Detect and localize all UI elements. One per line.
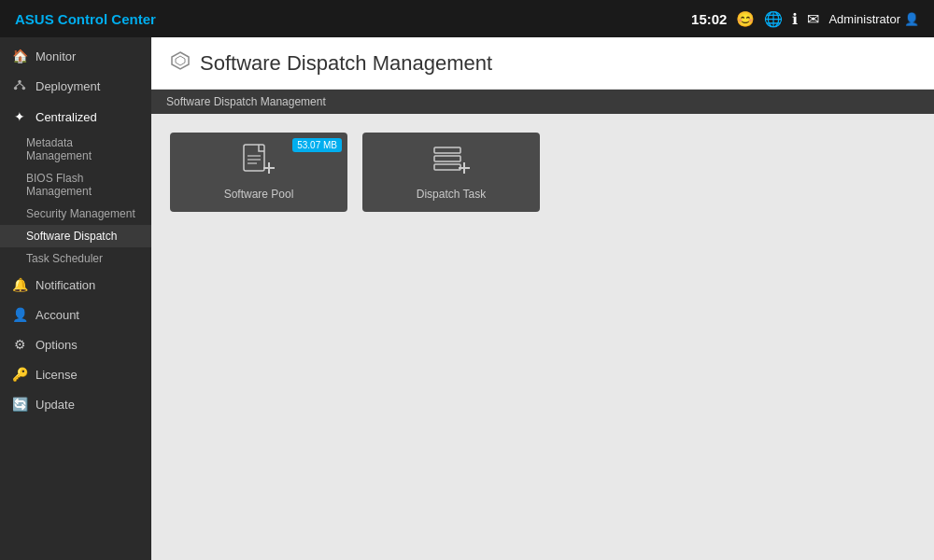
clock: 15:02 [691, 11, 727, 27]
mail-icon[interactable]: ✉ [807, 10, 819, 28]
breadcrumb: Software Dispatch Management [151, 90, 934, 114]
logo-asus: ASUS [15, 11, 54, 27]
sidebar-item-options[interactable]: ⚙ Options [0, 329, 151, 359]
svg-point-2 [22, 87, 26, 91]
topbar: ASUS Control Center 15:02 😊 🌐 ℹ ✉ Admini… [0, 0, 934, 37]
user-info[interactable]: Administrator 👤 [828, 12, 919, 26]
svg-rect-14 [434, 156, 460, 161]
svg-rect-15 [434, 164, 460, 170]
sidebar-item-notification[interactable]: 🔔 Notification [0, 270, 151, 300]
sidebar-item-account[interactable]: 👤 Account [0, 300, 151, 329]
svg-rect-7 [244, 145, 264, 171]
home-icon: 🏠 [11, 49, 28, 63]
sidebar-label-deployment: Deployment [35, 79, 100, 93]
globe-icon[interactable]: 🌐 [764, 10, 783, 28]
sidebar-label-options: Options [35, 338, 78, 352]
update-icon: 🔄 [11, 397, 28, 412]
sidebar-label-metadata: Metadata Management [26, 136, 140, 162]
software-pool-icon [240, 144, 277, 184]
sidebar-item-software-dispatch[interactable]: Software Dispatch [0, 225, 151, 247]
sidebar-item-license[interactable]: 🔑 License [0, 359, 151, 389]
sidebar-label-task-scheduler: Task Scheduler [26, 252, 103, 265]
app-logo: ASUS Control Center [15, 11, 691, 27]
svg-marker-6 [176, 56, 185, 65]
license-icon: 🔑 [11, 367, 28, 382]
account-icon: 👤 [11, 307, 28, 322]
sidebar-item-security-management[interactable]: Security Management [0, 203, 151, 225]
main-layout: 🏠 Monitor Deployment ✦ Centralized Metad… [0, 37, 934, 560]
sidebar-item-metadata-management[interactable]: Metadata Management [0, 132, 151, 167]
svg-rect-13 [434, 147, 460, 153]
deployment-icon [11, 78, 28, 94]
sidebar-item-bios-flash[interactable]: BIOS Flash Management [0, 167, 151, 203]
sidebar-label-bios-flash: BIOS Flash Management [26, 172, 140, 198]
sidebar-item-centralized[interactable]: ✦ Centralized [0, 102, 151, 132]
dispatch-task-label: Dispatch Task [417, 188, 486, 201]
topbar-right: 15:02 😊 🌐 ℹ ✉ Administrator 👤 [691, 10, 919, 28]
sidebar-label-monitor: Monitor [35, 49, 76, 63]
sidebar-item-task-scheduler[interactable]: Task Scheduler [0, 247, 151, 270]
sidebar-label-notification: Notification [35, 278, 95, 292]
svg-point-0 [18, 80, 21, 84]
sidebar-label-centralized: Centralized [35, 110, 97, 124]
centralized-icon: ✦ [11, 109, 28, 124]
sidebar-label-update: Update [35, 398, 75, 412]
breadcrumb-text: Software Dispatch Management [166, 95, 326, 108]
svg-point-1 [14, 87, 18, 91]
notification-icon: 🔔 [11, 277, 28, 292]
svg-line-4 [20, 83, 23, 87]
user-avatar-icon: 👤 [904, 12, 919, 26]
svg-marker-5 [172, 52, 189, 69]
logo-rest: Control Center [54, 11, 156, 27]
dispatch-task-icon [432, 144, 470, 184]
emoji-icon[interactable]: 😊 [736, 10, 755, 28]
sidebar-label-security: Security Management [26, 207, 135, 220]
card-dispatch-task[interactable]: Dispatch Task [362, 133, 540, 212]
card-software-pool[interactable]: 53.07 MB Software Pool [170, 133, 347, 212]
sidebar-item-update[interactable]: 🔄 Update [0, 389, 151, 419]
content-area: Software Dispatch Management Software Di… [151, 37, 934, 560]
page-header: Software Dispatch Management [151, 37, 934, 90]
software-pool-badge: 53.07 MB [292, 138, 342, 152]
sidebar: 🏠 Monitor Deployment ✦ Centralized Metad… [0, 37, 151, 560]
sidebar-label-license: License [35, 368, 78, 382]
sidebar-label-software-dispatch: Software Dispatch [26, 230, 117, 243]
options-icon: ⚙ [11, 337, 28, 352]
info-icon[interactable]: ℹ [792, 10, 798, 28]
page-header-icon [170, 50, 191, 76]
sidebar-label-account: Account [35, 308, 79, 322]
software-pool-label: Software Pool [224, 188, 294, 201]
username-label: Administrator [828, 12, 900, 26]
svg-line-3 [16, 83, 20, 87]
cards-area: 53.07 MB Software Pool [151, 114, 934, 231]
sidebar-item-monitor[interactable]: 🏠 Monitor [0, 41, 151, 71]
sidebar-item-deployment[interactable]: Deployment [0, 71, 151, 102]
page-title: Software Dispatch Management [200, 51, 492, 76]
